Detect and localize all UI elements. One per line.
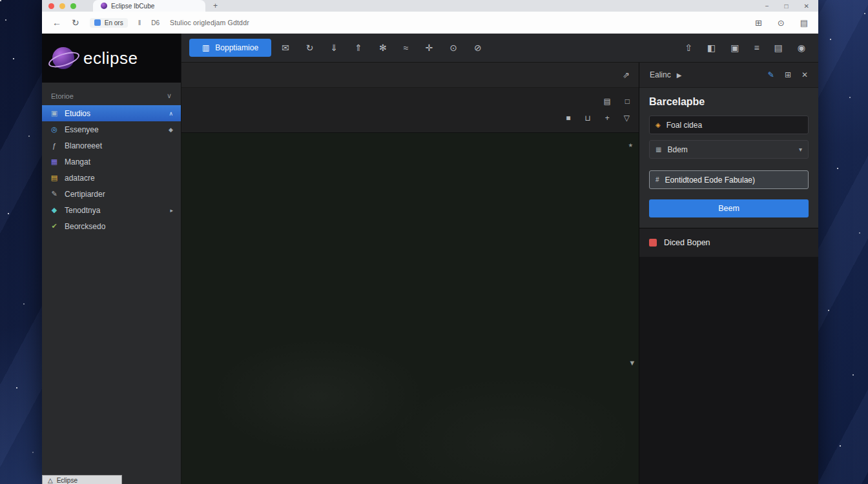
address-bar[interactable]: Stulioc origledjam Gdtddr <box>170 19 249 26</box>
explorer-sidebar: Etorioe ∨ ▣Etudios∧◎Essenyee◆ƒBlanoreeet… <box>42 83 181 484</box>
expand-icon[interactable]: ▸ <box>170 207 173 214</box>
search-input[interactable]: ◈ Foal cidea <box>649 116 809 134</box>
crumb-right-2: ■⊔+▽ <box>566 114 630 123</box>
sidebar-item-studios[interactable]: ▣Etudios∧ <box>42 105 181 121</box>
lock-icon[interactable]: ◧ <box>707 43 716 53</box>
pin-marker-icon[interactable]: ◆ <box>169 126 173 133</box>
panel-header: Ealinc ▶ ✎⊞✕ <box>639 63 818 88</box>
new-tab-button[interactable]: + <box>213 1 218 10</box>
maximize-button[interactable]: □ <box>785 3 789 10</box>
flagged-label: Diced Bopen <box>664 238 710 247</box>
export-icon[interactable]: ⇧ <box>685 43 692 53</box>
building-icon: ▦ <box>656 146 661 153</box>
sidebar-list: ▣Etudios∧◎Essenyee◆ƒBlanoreeet▦Mangat▤ad… <box>42 105 181 234</box>
sidebar-item-label: Certipiarder <box>65 190 105 199</box>
sidebar-item-essence[interactable]: ◎Essenyee◆ <box>42 121 181 137</box>
primary-action-label: Bopptiamioe <box>215 43 258 52</box>
close-icon[interactable]: ✕ <box>801 70 808 79</box>
sidebar-item-manager[interactable]: ▦Mangat <box>42 154 181 170</box>
pause-icon: ‖ <box>138 19 141 26</box>
sidebar-item-blank-record[interactable]: ƒBlanoreeet <box>42 137 181 154</box>
refresh-icon[interactable]: ↻ <box>306 43 314 53</box>
left-column: eclipse Etorioe ∨ ▣Etudios∧◎Essenyee◆ƒBl… <box>42 34 181 484</box>
sidebar-item-branches[interactable]: ✔Beorcksedo <box>42 218 181 234</box>
dock-icon[interactable]: ⊔ <box>584 114 590 123</box>
sidebar-collapse-icon[interactable]: ∨ <box>167 92 172 100</box>
browser-window: Eclipse IbCube + − □ ✕ ← ↻ En ors ‖ D6 S… <box>42 0 818 484</box>
download-icon[interactable]: ⇓ <box>331 43 338 53</box>
sidebar-header-label: Etorioe <box>51 92 74 100</box>
sidebar-item-label: Tenodtnya <box>65 206 100 215</box>
bookmark-star-icon[interactable]: ★ <box>628 138 633 152</box>
table-icon: ▤ <box>50 174 59 182</box>
primary-action-button[interactable]: ▥ Bopptiamioe <box>189 39 271 57</box>
print-icon[interactable]: ▤ <box>603 97 610 106</box>
panel-header-icons: ✎⊞✕ <box>768 70 808 79</box>
monitor-icon: ▣ <box>50 109 59 117</box>
upload-icon[interactable]: ⇑ <box>355 43 362 53</box>
reload-icon[interactable]: ↻ <box>72 17 79 28</box>
sidebar-item-datastore[interactable]: ▤adatacre <box>42 170 181 186</box>
main-column: ▥ Bopptiamioe ✉↻⇓⇑✻≈✛⊙⊘ ⇧◧▣≡▤◉ ⇗ <box>181 34 818 484</box>
close-button[interactable]: ✕ <box>804 3 809 10</box>
window-controls: − □ ✕ <box>765 0 809 12</box>
browser-tab[interactable]: Eclipse IbCube <box>93 0 205 12</box>
traffic-light-zoom[interactable] <box>70 3 76 9</box>
panel-icon[interactable]: □ <box>625 97 630 106</box>
sidebar-item-tenodinger[interactable]: ◆Tenodtnya▸ <box>42 202 181 218</box>
sidebar-item-label: Etudios <box>65 109 90 118</box>
target-icon: ◎ <box>50 125 59 134</box>
eclipse-logo-icon <box>52 47 74 69</box>
sidebar-item-label: Blanoreeet <box>65 141 102 150</box>
browser-toolbar: ← ↻ En ors ‖ D6 Stulioc origledjam Gdtdd… <box>42 12 818 34</box>
layout-icon[interactable]: ⊞ <box>785 70 791 79</box>
code-area[interactable]: ★ ▼ <box>181 133 639 484</box>
message-icon[interactable]: ✉ <box>282 43 289 53</box>
stop-icon[interactable]: ■ <box>566 114 570 123</box>
save-icon[interactable]: ▣ <box>730 43 739 53</box>
back-icon[interactable]: ← <box>52 17 61 28</box>
crumb-right-1: ▤□ <box>603 97 630 106</box>
dropdown-value: Bdem <box>667 145 687 154</box>
warning-triangle-icon: △ <box>48 477 53 484</box>
block-icon[interactable]: ⊘ <box>474 43 482 53</box>
collapse-icon[interactable]: ∧ <box>169 110 173 117</box>
app-toolbar: ▥ Bopptiamioe ✉↻⇓⇑✻≈✛⊙⊘ ⇧◧▣≡▤◉ <box>181 34 818 63</box>
reader-icon[interactable]: ▤ <box>800 18 808 28</box>
address-shortcut: D6 <box>151 19 160 26</box>
minimize-button[interactable]: − <box>765 3 769 10</box>
sidebar-item-label: Essenyee <box>65 125 99 134</box>
history-icon[interactable]: ⊙ <box>778 18 785 28</box>
submit-button[interactable]: Beem <box>649 199 809 217</box>
filter-icon[interactable]: ▽ <box>624 114 630 123</box>
globe-icon[interactable]: ⊙ <box>450 43 457 53</box>
pin-icon[interactable]: ✛ <box>425 43 433 53</box>
flask-icon[interactable]: ✻ <box>379 43 387 53</box>
tab-overview-icon[interactable]: ⊞ <box>755 18 762 28</box>
scroll-down-icon[interactable]: ▼ <box>630 356 634 370</box>
activity-icon[interactable]: ≈ <box>404 43 409 53</box>
print-icon[interactable]: ▤ <box>774 43 783 53</box>
extension-chip[interactable]: En ors <box>90 18 128 28</box>
edit-icon[interactable]: ✎ <box>768 70 774 79</box>
add-icon[interactable]: + <box>605 114 610 123</box>
panel-empty-area <box>639 257 818 484</box>
expand-icon[interactable]: ⇗ <box>623 70 630 80</box>
function-icon: ƒ <box>50 142 59 150</box>
chevron-down-icon: ▾ <box>799 146 802 153</box>
right-panel: Ealinc ▶ ✎⊞✕ Barcelapbe ◈ Foal cidea ▦ <box>639 63 818 484</box>
flagged-item[interactable]: Diced Bopen <box>639 228 818 257</box>
tab-title: Eclipse IbCube <box>111 3 154 10</box>
tooltip-label: Eclipse <box>57 477 78 484</box>
brand-area: eclipse <box>42 34 181 83</box>
category-dropdown[interactable]: ▦ Bdem ▾ <box>649 140 809 159</box>
eclipse-app: eclipse Etorioe ∨ ▣Etudios∧◎Essenyee◆ƒBl… <box>42 34 818 484</box>
traffic-light-minimize[interactable] <box>59 3 65 9</box>
status-tooltip: △ Eclipse <box>42 475 122 484</box>
shield-icon[interactable]: ◉ <box>798 43 805 53</box>
sidebar-item-certificates[interactable]: ✎Certipiarder <box>42 186 181 202</box>
field-value: Eontidtoed Eode Fabulae) <box>665 176 755 185</box>
menu-icon[interactable]: ≡ <box>754 43 759 53</box>
traffic-light-close[interactable] <box>48 3 54 9</box>
code-field-input[interactable]: # Eontidtoed Eode Fabulae) <box>649 170 809 189</box>
